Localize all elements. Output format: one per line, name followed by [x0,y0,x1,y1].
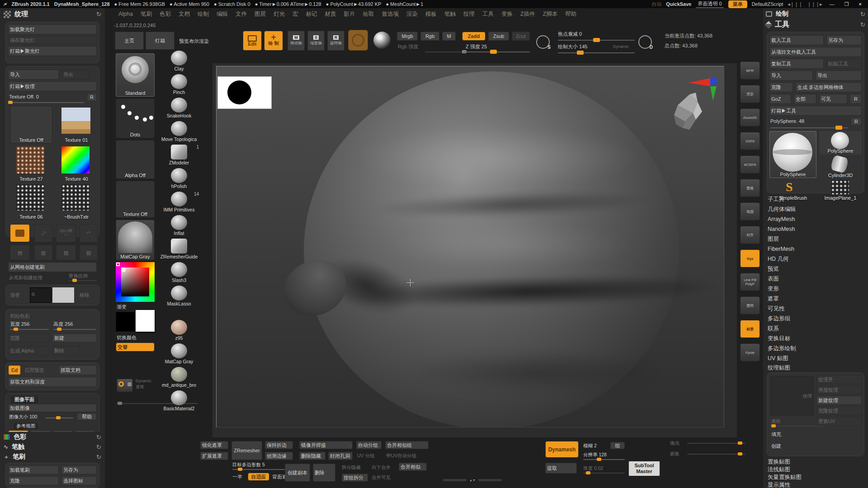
quick-list-item[interactable]: md_antique_bro [156,367,202,388]
divider-right-icon[interactable]: ❘❘❘▸ [807,1,822,7]
texture-tool-icon[interactable]: ⤢ [34,224,52,242]
paste-tool-button[interactable]: 粘贴工具 [826,59,862,69]
stroke-curve-icon[interactable]: S [536,35,550,49]
tray-button[interactable]: Gyz [740,249,760,267]
texture-map-button[interactable]: 新建纹理 [816,396,862,405]
merge-similar-groups-button[interactable]: 合并相似组 [385,441,429,449]
tray-button[interactable]: AC50% [740,155,760,174]
blur-slider-label[interactable]: 模糊 2 [583,443,597,449]
tray-button[interactable]: 对齐 [740,226,760,244]
menu-item[interactable]: 材质 [325,10,336,18]
quick-list-item[interactable]: SnakeHook [156,98,202,118]
tray-button[interactable]: Zoom2D [740,108,760,127]
menu-item[interactable]: Alpha [118,11,133,17]
quick-list-item[interactable]: MatCap Gray [156,343,202,364]
menu-item[interactable]: 首选项 [382,10,399,18]
shelf-divider-handle[interactable]: ▲▼ [443,478,502,482]
quick-list-item[interactable]: 14 IMM Primitives [156,192,202,212]
rotate-gizmo-button[interactable]: R 旋转轴 [327,31,344,51]
active-tool-thumb[interactable]: PolySphere [769,131,816,178]
current-material-sphere[interactable] [373,32,391,49]
tool-section-header[interactable]: 可见性 [763,304,868,314]
window-restore-button[interactable]: ❐ [842,1,852,7]
tray-button[interactable]: Fpole [740,343,760,361]
tool-section-header[interactable]: 预览 [763,264,868,274]
texture-off-slider-label[interactable]: Texture Off. 0 [9,94,39,99]
lightbox-button[interactable]: 灯箱 [146,32,175,50]
quick-list-item[interactable]: ZRemesherGuide [156,239,202,259]
dynamic-label[interactable]: Dynamic [613,44,629,49]
texture-transparent-knob[interactable] [771,424,776,427]
image-size-label[interactable]: 图像大小 100 [9,414,37,420]
z-intensity-knob[interactable] [490,50,497,54]
gradient-swatch-light[interactable] [52,287,74,303]
new-texture-button[interactable]: 新建 [52,333,97,343]
save-brush-as-button[interactable]: 另存为 [61,465,97,474]
menu-item[interactable]: 变换 [501,10,513,18]
replace-scale-knob[interactable] [72,279,77,282]
current-texture-swatch[interactable] [348,30,368,51]
ref-views-header[interactable]: 参考视图 [14,423,38,429]
load-image-button[interactable]: 加载图像 [8,404,97,412]
mirror-weld-button[interactable]: 镜像并焊接◦ [299,441,353,449]
texture-tool-icon[interactable]: ◠ [80,224,98,242]
current-texture-slot2[interactable]: Texture Off [116,181,155,218]
clone-brush-button[interactable]: 克隆 [8,476,59,485]
goz-button[interactable]: GoZ [769,94,791,104]
copy-tool-button[interactable]: 复制工具 [769,59,824,69]
tool-section-header[interactable]: 矢量置换贴图 [763,474,868,481]
quick-list-item[interactable]: 1 ZModeler [156,145,202,165]
delete-hidden-button[interactable]: 删除隐藏 [299,452,326,460]
menu-item[interactable]: 文件 [236,10,247,18]
target-poly-knob[interactable] [238,468,242,471]
lightbox-texture-button[interactable]: 灯箱▶纹理 [8,81,97,91]
select-icon-button[interactable]: 选择图标 [61,476,97,485]
create-button[interactable]: 创建 [771,443,781,450]
load-spotlight-button[interactable]: 加载聚光灯 [8,24,97,34]
resolution-slider-label[interactable]: 分辨率 128 [583,452,607,458]
sculpt-mesh[interactable] [304,71,679,427]
half-button[interactable]: 一半 [232,474,242,480]
current-stroke-slot[interactable]: Dots [116,99,155,138]
menu-item[interactable]: 标记 [306,10,317,18]
tool-section-header[interactable]: 多边形组 [763,314,868,324]
zremesher-button[interactable]: ZRemesher [231,441,262,460]
texture-tool-icon[interactable]: ▥ [34,245,52,260]
tray-button[interactable]: 渲染 [740,85,760,103]
texture-tool-icon[interactable]: ▤ [10,245,30,260]
sharpen-mask-button[interactable]: 锐化遮罩 [200,441,228,449]
current-material-slot[interactable]: MatCap Gray [116,220,155,260]
menu-item[interactable]: 色彩 [160,10,171,18]
texture-transparent-label[interactable]: 透明 [771,418,780,425]
texture-tool-icon[interactable] [10,224,30,242]
menu-item[interactable]: 图层 [255,10,266,18]
color-palette-header[interactable]: 色彩↻ [4,433,101,441]
inflate-knob[interactable] [738,452,742,455]
menu-item[interactable]: Z脚本 [543,10,558,18]
camera-icon[interactable] [117,379,133,392]
tray-button[interactable]: 地面 [740,202,760,221]
width-slider-label[interactable]: 宽度 256 [10,321,29,328]
m-button[interactable]: M [442,32,456,41]
close-holes-button[interactable]: 封闭孔洞 [328,452,353,460]
tray-button[interactable]: Line Fill PolyF [740,273,760,291]
hue-cursor[interactable] [116,263,120,266]
texture-off-slider-knob[interactable] [8,101,13,104]
tool-section-header[interactable]: 法线贴图 [763,466,868,474]
gradient-toggle-label[interactable]: 渐变 [117,304,127,310]
quick-list-item[interactable]: Pinch [156,74,202,95]
create-texture-from-brush-label[interactable]: 从笔刷创建纹理 [9,275,42,281]
thickness-knob[interactable] [586,471,590,474]
goz-visible-button[interactable]: 可见 [819,94,847,104]
alpha-preview-widget[interactable] [217,76,272,109]
auto-group-button[interactable]: 自动分组 [356,441,382,449]
tool-section-header[interactable]: NanoMesh [763,224,868,234]
camera-persp-label[interactable]: 透视 [136,384,144,390]
zscript-name[interactable]: DefaultZScript [752,1,783,7]
detect-edges-button[interactable]: 侦测边缘 [265,452,293,460]
keep-creases-button[interactable]: 保持折边 [265,441,293,449]
quick-list-item[interactable]: Slash3 [156,262,202,283]
save-tool-as-button[interactable]: 另存为 [826,35,862,45]
target-poly-label[interactable]: 目标多边形数 5 [232,462,265,468]
draw-size-knob[interactable] [577,51,584,55]
